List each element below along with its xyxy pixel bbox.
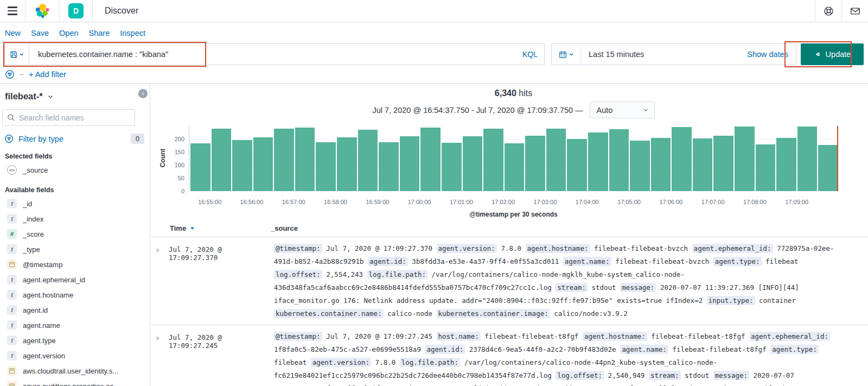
search-field-names-input[interactable] <box>2 109 135 126</box>
histogram-bar-16:55:00[interactable] <box>212 129 232 191</box>
field-name: agent.type <box>23 337 56 345</box>
histogram-bar-17:03:30[interactable] <box>567 139 587 191</box>
field-item-agent.id[interactable]: tagent.id <box>0 302 150 318</box>
histogram-bar-17:09:30[interactable] <box>818 145 838 191</box>
histogram-bar-17:07:00[interactable] <box>713 136 733 191</box>
time-range-button[interactable]: Last 15 minutes <box>589 50 747 59</box>
histogram-bar-16:57:30[interactable] <box>316 142 336 191</box>
number-field-icon: # <box>7 229 17 239</box>
histogram-bar-17:06:30[interactable] <box>693 138 713 191</box>
histogram-bar-17:05:00[interactable] <box>630 141 650 191</box>
update-button[interactable]: Update <box>801 43 864 65</box>
y-tick: 100 <box>151 162 184 168</box>
histogram-bar-17:05:30[interactable] <box>651 138 671 191</box>
menu-save[interactable]: Save <box>31 29 49 37</box>
query-language-button[interactable]: KQL <box>522 50 538 59</box>
histogram-bar-16:54:30[interactable] <box>190 143 210 191</box>
filter-by-type-label: Filter by type <box>18 135 131 143</box>
menu-new[interactable]: New <box>5 29 21 37</box>
histogram-bar-17:04:00[interactable] <box>588 132 608 191</box>
histogram-bar-17:01:00[interactable] <box>463 136 483 191</box>
x-tick: 16:59:00 <box>359 199 397 205</box>
histogram-bar-16:56:30[interactable] <box>274 129 294 191</box>
x-tick: 16:56:00 <box>233 199 271 205</box>
menu-inspect[interactable]: Inspect <box>120 29 145 37</box>
string-field-icon: t <box>7 320 17 330</box>
histogram-bar-16:59:00[interactable] <box>379 142 399 191</box>
expand-row-icon[interactable]: › <box>156 333 165 342</box>
histogram-bar-17:06:00[interactable] <box>672 127 692 191</box>
toolbar-menu: NewSaveOpenShareInspect <box>5 29 145 37</box>
histogram-bar-17:08:30[interactable] <box>776 138 796 191</box>
menu-icon[interactable] <box>0 0 25 22</box>
field-name: agent.ephemeral_id <box>23 276 85 284</box>
index-pattern-select[interactable]: filebeat-* <box>0 84 150 102</box>
saved-query-menu-button[interactable] <box>4 43 29 65</box>
help-icon[interactable] <box>815 0 841 22</box>
menu-share[interactable]: Share <box>89 29 110 37</box>
expand-row-icon[interactable]: › <box>156 245 165 254</box>
histogram-bar-17:09:00[interactable] <box>797 126 818 191</box>
table-header: Time _source <box>151 223 868 237</box>
histogram-bar-17:02:30[interactable] <box>525 136 545 191</box>
x-tick: 17:08:00 <box>736 199 774 205</box>
histogram-bar-17:00:00[interactable] <box>420 128 441 191</box>
field-name: _type <box>23 245 40 254</box>
field-item-agent.hostname[interactable]: tagent.hostname <box>0 287 150 302</box>
histogram-bar-17:04:30[interactable] <box>609 129 629 191</box>
field-item-@timestamp[interactable]: @timestamp <box>0 257 150 272</box>
field-item-_index[interactable]: t_index <box>0 211 150 226</box>
filter-count-badge: 0 <box>131 134 144 144</box>
doc-source: @timestamp: Jul 7, 2020 @ 17:09:27.370 a… <box>274 242 868 320</box>
histogram-bar-17:03:00[interactable] <box>546 129 566 191</box>
field-item-agent.version[interactable]: tagent.version <box>0 348 150 363</box>
collapse-sidebar-icon[interactable]: ‹ <box>138 89 148 98</box>
histogram-bar-16:57:00[interactable] <box>295 128 315 191</box>
field-item-_source[interactable]: </>_source <box>0 162 150 178</box>
field-item-_type[interactable]: t_type <box>0 242 150 257</box>
sort-descending-icon <box>190 226 195 231</box>
field-item-aws.cloudtrail.user_identity.s...[interactable]: aws.cloudtrail.user_identity.s... <box>0 363 150 378</box>
histogram-bar-17:07:30[interactable] <box>735 126 755 191</box>
histogram-bar-17:00:30[interactable] <box>442 143 462 191</box>
column-time[interactable]: Time <box>170 224 195 232</box>
chevron-down-icon <box>47 93 54 100</box>
menu-open[interactable]: Open <box>59 29 78 37</box>
x-tick: 17:04:00 <box>568 199 606 205</box>
show-dates-button[interactable]: Show dates <box>747 50 788 59</box>
field-key-badge: @timestamp: <box>274 332 322 341</box>
field-name: _index <box>23 215 43 223</box>
histogram-bar-17:01:30[interactable] <box>483 129 503 191</box>
field-item-azure.auditlogs.properties.ac...[interactable]: azure.auditlogs.properties.ac... <box>0 378 150 386</box>
histogram-bar-16:59:30[interactable] <box>400 136 420 191</box>
app-badge[interactable]: D <box>68 3 84 18</box>
document-table: ›Jul 7, 2020 @ 17:09:27.370@timestamp: J… <box>151 237 868 386</box>
field-item-_score[interactable]: #_score <box>0 226 150 242</box>
field-name: agent.version <box>23 352 65 360</box>
newsfeed-mail-icon[interactable] <box>842 0 868 22</box>
histogram-bar-16:56:00[interactable] <box>253 137 273 191</box>
field-key-badge: agent.version: <box>437 244 497 253</box>
x-tick: 17:00:00 <box>400 199 438 205</box>
field-item-agent.name[interactable]: tagent.name <box>0 318 150 333</box>
histogram-bar-17:02:00[interactable] <box>505 143 525 191</box>
histogram-bar-16:55:30[interactable] <box>232 140 252 191</box>
string-field-icon: t <box>7 336 17 345</box>
field-item-agent.ephemeral_id[interactable]: tagent.ephemeral_id <box>0 272 150 287</box>
field-key-badge: agent.ephemeral_id: <box>749 332 830 341</box>
histogram-bar-16:58:30[interactable] <box>358 130 378 191</box>
pinned-filters-icon[interactable] <box>5 69 15 79</box>
column-source: _source <box>271 224 298 232</box>
field-item-agent.type[interactable]: tagent.type <box>0 333 150 348</box>
histogram-bar-16:58:00[interactable] <box>337 137 357 191</box>
elastic-logo[interactable] <box>25 3 59 19</box>
x-axis-label: @timestamp per 30 seconds <box>189 211 838 218</box>
add-filter-button[interactable]: + Add filter <box>29 70 66 79</box>
update-button-label: Update <box>826 50 851 59</box>
quick-select-button[interactable] <box>552 44 581 65</box>
histogram-bar-17:08:00[interactable] <box>756 144 776 191</box>
x-tick: 17:05:00 <box>610 199 648 205</box>
field-item-_id[interactable]: t_id <box>0 196 150 211</box>
filter-by-type-button[interactable]: Filter by type 0 <box>4 134 144 144</box>
query-input[interactable]: kubernetes.container.name : "kibana" KQL <box>29 43 545 65</box>
